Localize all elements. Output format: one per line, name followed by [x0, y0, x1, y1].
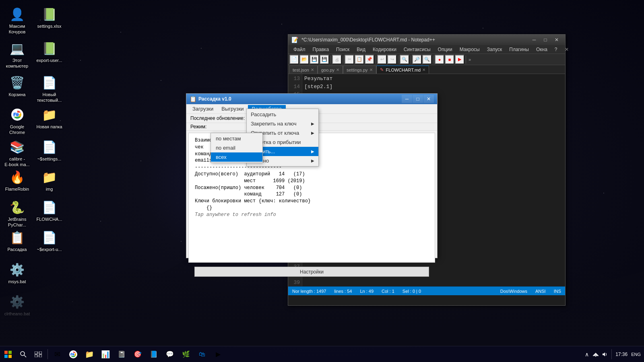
toolbar-cut[interactable]: ✂	[345, 55, 354, 64]
tab-close-flowchart[interactable]: ✕	[422, 68, 425, 72]
desktop-icon-new-text[interactable]: 📄 Новыйтекстовый...	[34, 72, 64, 105]
tray-arrow[interactable]: ∧	[584, 351, 590, 358]
toolbar-sep7	[466, 56, 466, 64]
rassadka-window-controls: ─ □ ✕	[402, 95, 434, 103]
desktop-icon-maxim[interactable]: 👤 МаксимКочуров	[2, 4, 32, 37]
desktop-icon-label: Этоткомпьютер	[6, 58, 28, 69]
desktop-icon-chrome[interactable]: GoogleChrome	[2, 105, 32, 138]
desktop-icon-img[interactable]: 📁 img	[34, 167, 64, 194]
desktop-icon-msys[interactable]: ⚙️ msys.bat	[2, 259, 32, 286]
toolbar-save-all[interactable]: 💾	[320, 55, 329, 64]
tab-settings-py[interactable]: settings.py ✕	[343, 66, 376, 74]
tab-close-goo-py[interactable]: ✕	[336, 68, 339, 72]
desktop-icon-export[interactable]: 📗 export-user...	[34, 38, 64, 65]
menu-syntax[interactable]: Синтаксисы	[400, 46, 434, 53]
menu-edit[interactable]: Правка	[310, 46, 332, 53]
minimize-button[interactable]: ─	[529, 36, 539, 44]
desktop-icon-new-folder[interactable]: 📁 Новая папка	[34, 105, 64, 132]
toolbar-redo[interactable]: ↪	[387, 55, 397, 64]
toolbar-zoom-in[interactable]: 🔎	[412, 55, 422, 64]
rassadka-close[interactable]: ✕	[423, 95, 434, 103]
tray-network[interactable]	[592, 351, 599, 358]
taskbar-store[interactable]: 🛍	[194, 347, 210, 362]
toolbar-paste[interactable]: 📌	[365, 55, 374, 64]
tab-flowchart-md[interactable]: ✎ FLOWCHART.md ✕	[376, 66, 429, 74]
start-button[interactable]	[0, 346, 16, 362]
menu-help[interactable]: ?	[551, 46, 561, 53]
desktop-icon-settings-xlsx[interactable]: 📗 settings.xlsx	[34, 4, 64, 31]
desktop-icon-calibre[interactable]: 📚 calibre -E-book ma...	[2, 137, 32, 170]
menu-search[interactable]: Поиск	[333, 46, 353, 53]
rassadka-maximize[interactable]: □	[413, 95, 423, 103]
desktop-icon-label: JetBrainsPyChar...	[8, 216, 27, 228]
tab-goo-py[interactable]: goo.py ✕	[318, 66, 343, 74]
desktop-icon-flamerobin[interactable]: 🔥 FlameRobin	[2, 167, 32, 194]
toolbar-copy[interactable]: 📋	[355, 55, 364, 64]
toolbar-macro-play[interactable]: ▶	[455, 55, 464, 64]
taskbar-chrome[interactable]	[65, 347, 81, 362]
excel-icon: 📗	[41, 6, 58, 22]
desktop-icon-sexport[interactable]: 📄 ~$export-u...	[34, 227, 64, 254]
rassadka-minimize[interactable]: ─	[402, 95, 412, 103]
rassadka-menu-zagruzki[interactable]: Загрузки	[188, 105, 217, 113]
sub-po-mestam[interactable]: по местам	[211, 134, 262, 143]
taskbar-skype[interactable]: 💬	[162, 347, 178, 362]
ctx-zakrepity[interactable]: Закрепить на ключ ▶	[247, 119, 318, 128]
rassadka-settings-button[interactable]: Настройки	[194, 267, 429, 277]
desktop-icon-clrtheano[interactable]: ⚙️ clrtheano.bat	[2, 292, 32, 319]
taskbar-ppt[interactable]: 🎯	[130, 347, 146, 362]
taskbar-onenote[interactable]: 📓	[114, 347, 130, 362]
desktop-icon-pycharm[interactable]: 🐍 JetBrainsPyChar...	[2, 197, 32, 230]
tray-language[interactable]: ENG	[630, 351, 642, 358]
toolbar-new[interactable]: 📄	[289, 55, 299, 64]
taskbar-word[interactable]: 📘	[146, 347, 162, 362]
window-controls: ─ □ ✕	[529, 36, 562, 44]
tab-close-test-json[interactable]: ✕	[311, 68, 314, 72]
menu-plugins[interactable]: Плагины	[506, 46, 532, 53]
menu-windows[interactable]: Окна	[533, 46, 551, 53]
toolbar-find[interactable]: 🔍	[400, 55, 409, 64]
maximize-button[interactable]: □	[540, 36, 551, 44]
desktop-icon-ssettings[interactable]: 📄 ~$settings...	[34, 137, 64, 164]
menu-options[interactable]: Опции	[435, 46, 456, 53]
menu-view[interactable]: Вид	[353, 46, 369, 53]
tray-volume[interactable]	[601, 351, 608, 358]
tab-test-json[interactable]: test.json ✕	[289, 66, 318, 74]
close-button[interactable]: ✕	[551, 36, 562, 44]
menu-encoding[interactable]: Кодировки	[369, 46, 400, 53]
desktop-icon-pc[interactable]: 💻 Этоткомпьютер	[2, 38, 32, 71]
toolbar-macro-rec[interactable]: ●	[435, 55, 444, 64]
tab-close-settings-py[interactable]: ✕	[369, 68, 373, 72]
taskbar-search-button[interactable]	[16, 346, 30, 362]
toolbar-macro-stop[interactable]: ■	[445, 55, 454, 64]
tab-modified-icon: ✎	[380, 67, 384, 72]
desktop-icon-rassadka[interactable]: 📋 Рассадка	[2, 227, 32, 254]
toolbar-right-arrow: »	[467, 57, 472, 62]
menu-macros[interactable]: Макросы	[456, 46, 483, 53]
taskbar-mail[interactable]: ✉	[49, 347, 65, 362]
status-dos: Dos\Windows	[500, 289, 527, 294]
ctx-rassadit[interactable]: Рассадить	[247, 110, 318, 119]
toolbar-zoom-out[interactable]: 🔍	[422, 55, 432, 64]
tray-divider	[611, 349, 612, 359]
taskbar-clock[interactable]: 17:36	[615, 352, 627, 357]
menu-file[interactable]: Файл	[290, 46, 309, 53]
menu-x[interactable]: ✕	[561, 46, 572, 53]
taskbar-excel[interactable]: 📊	[97, 347, 114, 362]
toolbar-open[interactable]: 📂	[299, 55, 309, 64]
desktop-icon-recycle[interactable]: 🗑️ Корзина	[2, 72, 32, 99]
toolbar-undo[interactable]: ↩	[377, 55, 387, 64]
desktop-icon-flowchart[interactable]: 📄 FLOWCHA...	[34, 197, 64, 224]
taskbar-extra[interactable]: ▶	[210, 347, 226, 362]
toolbar-save[interactable]: 💾	[310, 55, 319, 64]
toolbar-print[interactable]: 🖨	[332, 55, 342, 64]
taskbar-green[interactable]: 🌿	[178, 347, 194, 362]
taskbar-files[interactable]: 📁	[81, 347, 97, 362]
sexport-icon: 📄	[41, 229, 58, 245]
task-view-button[interactable]	[30, 347, 46, 362]
sub-po-email[interactable]: по email	[211, 143, 262, 152]
sub-vsekh[interactable]: всех	[211, 152, 262, 162]
menu-run[interactable]: Запуск	[484, 46, 506, 53]
rassadka-menu-vygruzki[interactable]: Выгрузки	[217, 105, 248, 113]
toolbar-sep6	[433, 56, 433, 64]
